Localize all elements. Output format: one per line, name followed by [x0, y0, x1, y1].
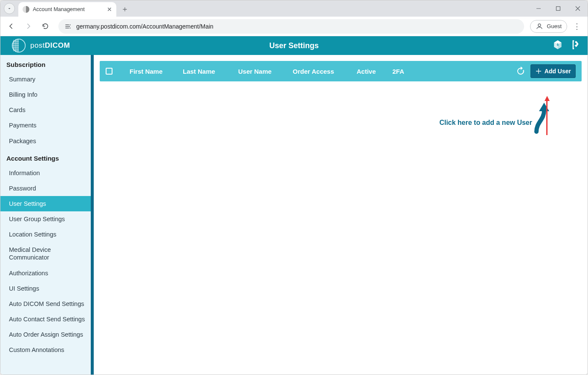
- column-active[interactable]: Active: [357, 68, 392, 75]
- svg-text:$: $: [557, 43, 559, 46]
- sidebar-section-account-settings: Account Settings: [0, 149, 94, 165]
- column-order-access[interactable]: Order Access: [293, 68, 357, 75]
- guest-label: Guest: [547, 23, 562, 29]
- sidebar-item-auto-order-assign[interactable]: Auto Order Assign Settings: [0, 327, 94, 342]
- sidebar-item-billing-info[interactable]: Billing Info: [0, 87, 94, 102]
- sidebar-item-cards[interactable]: Cards: [0, 102, 94, 118]
- svg-point-7: [538, 24, 541, 26]
- svg-point-20: [575, 41, 577, 43]
- forward-button[interactable]: [21, 19, 35, 34]
- address-bar[interactable]: germany.postdicom.com/AccountManagement/…: [58, 19, 524, 34]
- back-button[interactable]: [4, 19, 18, 34]
- page-title: User Settings: [0, 41, 588, 50]
- sidebar-item-payments[interactable]: Payments: [0, 118, 94, 133]
- sidebar: Subscription Summary Billing Info Cards …: [0, 55, 94, 375]
- svg-point-5: [69, 27, 70, 28]
- sidebar-item-password[interactable]: Password: [0, 181, 94, 196]
- column-first-name[interactable]: First Name: [130, 68, 183, 75]
- tab-title: Account Management: [33, 6, 85, 12]
- svg-point-6: [69, 26, 70, 26]
- sidebar-section-subscription: Subscription: [0, 55, 94, 72]
- brand-logo[interactable]: postDICOM: [0, 38, 70, 53]
- add-user-hint: Click here to add a new User: [439, 101, 551, 135]
- browser-tab[interactable]: Account Management ✕: [18, 2, 116, 17]
- browser-toolbar: germany.postdicom.com/AccountManagement/…: [0, 17, 588, 36]
- window-controls: [529, 2, 588, 15]
- select-all-checkbox[interactable]: [106, 68, 121, 75]
- brand-name: postDICOM: [30, 41, 70, 50]
- logo-mark-icon: [12, 38, 26, 53]
- sidebar-item-auto-contact-send[interactable]: Auto Contact Send Settings: [0, 312, 94, 327]
- app-body: Subscription Summary Billing Info Cards …: [0, 55, 588, 375]
- minimize-button[interactable]: [529, 2, 548, 15]
- users-table-header: First Name Last Name User Name Order Acc…: [100, 61, 582, 81]
- packages-icon[interactable]: $: [552, 39, 564, 52]
- add-user-button[interactable]: Add User: [530, 64, 576, 78]
- refresh-button[interactable]: [514, 65, 527, 78]
- sidebar-item-medical-device-communicator[interactable]: Medical Device Communicator: [0, 242, 94, 265]
- sidebar-item-information[interactable]: Information: [0, 165, 94, 181]
- sidebar-item-location-settings[interactable]: Location Settings: [0, 227, 94, 242]
- svg-rect-1: [556, 7, 560, 11]
- browser-window: Account Management ✕ ＋ germany.postdicom…: [0, 0, 588, 375]
- close-window-button[interactable]: [568, 2, 588, 15]
- sidebar-item-custom-annotations[interactable]: Custom Annotations: [0, 342, 94, 358]
- add-user-label: Add User: [545, 68, 571, 75]
- hint-text: Click here to add a new User: [439, 119, 532, 127]
- app-header: postDICOM User Settings $: [0, 36, 588, 55]
- hint-arrow-icon: [535, 101, 551, 135]
- maximize-button[interactable]: [548, 2, 568, 15]
- sidebar-item-authorizations[interactable]: Authorizations: [0, 265, 94, 281]
- favicon-icon: [23, 6, 29, 13]
- sidebar-item-packages[interactable]: Packages: [0, 133, 94, 149]
- sidebar-item-auto-dicom-send[interactable]: Auto DICOM Send Settings: [0, 296, 94, 312]
- column-user-name[interactable]: User Name: [238, 68, 293, 75]
- tab-search-dropdown[interactable]: [4, 3, 15, 14]
- refresh-icon: [516, 66, 526, 76]
- plus-icon: [535, 68, 542, 75]
- page-content: postDICOM User Settings $ Subscription S…: [0, 36, 588, 375]
- reload-button[interactable]: [38, 19, 52, 34]
- browser-titlebar: Account Management ✕ ＋: [0, 0, 588, 17]
- header-actions: $: [552, 39, 588, 52]
- profile-guest-button[interactable]: Guest: [530, 20, 567, 33]
- column-last-name[interactable]: Last Name: [183, 68, 238, 75]
- main-panel: First Name Last Name User Name Order Acc…: [94, 55, 588, 375]
- svg-point-4: [69, 24, 70, 25]
- site-settings-icon[interactable]: [64, 23, 72, 30]
- logout-icon[interactable]: [569, 39, 581, 52]
- sidebar-item-user-group-settings[interactable]: User Group Settings: [0, 211, 94, 227]
- sidebar-item-summary[interactable]: Summary: [0, 72, 94, 87]
- sidebar-item-user-settings[interactable]: User Settings: [0, 196, 94, 211]
- sidebar-item-ui-settings[interactable]: UI Settings: [0, 281, 94, 296]
- tab-close-icon[interactable]: ✕: [107, 6, 112, 12]
- sidebar-scrollbar[interactable]: [91, 55, 94, 375]
- column-2fa[interactable]: 2FA: [392, 68, 427, 75]
- url-text: germany.postdicom.com/AccountManagement/…: [76, 23, 213, 30]
- browser-menu-button[interactable]: ⋮: [570, 19, 584, 34]
- new-tab-button[interactable]: ＋: [119, 3, 131, 15]
